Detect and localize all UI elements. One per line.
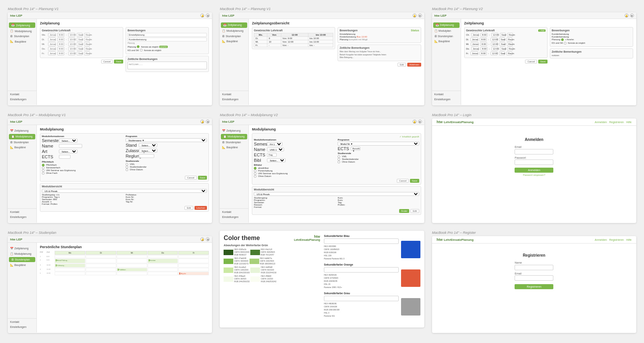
pflicht-radio-3[interactable] xyxy=(42,169,45,172)
ub-cancel-btn[interactable]: Edit xyxy=(398,63,406,67)
sidebar-mod-4[interactable]: 📋 Modulplanung xyxy=(9,134,35,139)
mod-zul-select[interactable]: Select... xyxy=(139,149,157,153)
sidebar-mod-5[interactable]: 📋 Modulplanung xyxy=(221,134,247,139)
bell-icon-1[interactable]: 🔔 xyxy=(200,14,204,17)
sidebar-item-einstellungen-1[interactable]: Einstellungen xyxy=(8,97,36,102)
bell-icon-2[interactable]: 🔔 xyxy=(413,14,417,17)
bil-radio-2[interactable] xyxy=(254,170,257,172)
login-email-input[interactable] xyxy=(515,149,553,154)
v2-radio-1[interactable] xyxy=(561,38,564,41)
register-link-hilfe[interactable]: Hilfe xyxy=(626,238,632,241)
bell-icon-7[interactable]: 🔔 xyxy=(200,237,204,241)
ub-delete-btn-2[interactable]: Edit xyxy=(410,209,419,213)
login-submit-btn[interactable]: Anmelden xyxy=(515,168,553,173)
sidebar-bau-5[interactable]: 📐 Baupläne xyxy=(220,145,248,150)
pflicht-radio-2[interactable] xyxy=(42,166,45,169)
stud-radio-3[interactable] xyxy=(126,168,128,171)
gear-icon-2[interactable]: ⚙ xyxy=(418,14,422,17)
einstellungen-5[interactable]: Einstellungen xyxy=(220,214,248,220)
gear-icon-4[interactable]: ⚙ xyxy=(206,120,210,123)
bil-radio-4[interactable] xyxy=(254,175,257,178)
gear-icon-5[interactable]: ⚙ xyxy=(418,120,422,123)
sidebar-zeit-5[interactable]: 📅 Zeitplanung xyxy=(220,128,248,134)
sidebar-zeit-7[interactable]: 📅 Zeitplanung xyxy=(8,246,36,251)
login-link-anmelden[interactable]: Anmelden xyxy=(595,121,607,123)
sidebar-item-mod-3[interactable]: 📋 Modulplan xyxy=(432,28,461,34)
sidebar-item-zeit-2[interactable]: 📅 Zeitplanung xyxy=(221,22,247,28)
radio-checked[interactable] xyxy=(137,45,139,48)
radio-2[interactable] xyxy=(140,49,143,51)
accept-btn[interactable]: annehm xyxy=(159,46,168,48)
sidebar-item-stund-3[interactable]: 🗓 Stundenplan xyxy=(432,34,461,39)
mod-prog-select[interactable]: Studiengang ▼ xyxy=(126,138,207,142)
kontakt-7[interactable]: Kontakt xyxy=(8,319,36,324)
v2-sem-select[interactable]: FH 1 xyxy=(267,142,282,146)
v2-cancel-btn[interactable]: Cancel xyxy=(525,60,537,63)
sidebar-zeit-4[interactable]: 📅 Zeitplanung xyxy=(8,128,36,134)
kontakt-4[interactable]: Kontakt xyxy=(8,209,36,214)
pflicht-radio-1[interactable] xyxy=(42,164,45,166)
bell-icon-4[interactable]: 🔔 xyxy=(200,120,204,123)
mod-cancel-btn[interactable]: Cancel xyxy=(185,176,197,180)
v2-name-select[interactable]: UNS 1 xyxy=(267,147,284,151)
bemerkungen-textarea-1[interactable] xyxy=(127,62,207,69)
sidebar-stund-4[interactable]: 🗓 Stundenplan xyxy=(8,140,36,145)
register-link-anmelden[interactable]: Anmelden xyxy=(595,238,607,241)
kontakt-5[interactable]: Kontakt xyxy=(220,209,248,214)
bell-icon-3[interactable]: 🔔 xyxy=(625,14,629,17)
sidebar-item-bauplne-1[interactable]: 📐 Baupläne xyxy=(8,39,36,44)
ub-edit-btn-2[interactable]: Änder xyxy=(399,209,409,213)
cancel-btn-1[interactable]: Cancel xyxy=(101,60,113,63)
v2-cancel-mod[interactable]: Cancel xyxy=(397,179,409,183)
sidebar-stund-5[interactable]: 🗓 Stundenplan xyxy=(220,140,248,145)
login-link-hilfe[interactable]: Hilfe xyxy=(626,121,632,123)
kontakt-2[interactable]: Kontakt xyxy=(220,92,248,97)
sidebar-item-stundenplan-1[interactable]: 🗓 Stundenplan xyxy=(8,34,36,39)
sidebar-item-mod-2[interactable]: 📋 Modulplanung xyxy=(220,28,248,34)
sidebar-item-zeit-3[interactable]: 📅 Zeitplanung xyxy=(433,22,460,28)
mod-semester-select[interactable]: Select... xyxy=(59,139,77,142)
pflicht-radio-4[interactable] xyxy=(42,172,45,175)
mod-art-select[interactable]: Select... xyxy=(59,149,77,153)
bil-radio-3[interactable] xyxy=(254,172,257,175)
v2-save-mod[interactable]: Save xyxy=(410,179,419,183)
ub-delete-btn[interactable]: Ablehnen xyxy=(407,63,421,67)
v2-stud-2[interactable] xyxy=(337,158,340,161)
stud-radio-2[interactable] xyxy=(126,166,128,168)
kontakt-3[interactable]: Kontakt xyxy=(432,92,461,97)
sidebar-mod-7[interactable]: 📋 Modulplanung xyxy=(8,251,36,257)
v2-save-btn[interactable]: Save xyxy=(538,60,548,63)
gear-icon-7[interactable]: ⚙ xyxy=(206,237,210,241)
sidebar-stund-7[interactable]: 🗓 Stundenplan xyxy=(9,257,35,262)
login-link-register[interactable]: Registrieren xyxy=(609,121,624,123)
register-link-register[interactable]: Registrieren xyxy=(609,238,624,241)
sidebar-item-kontakt-1[interactable]: Kontakt xyxy=(8,92,36,97)
login-password-input[interactable] xyxy=(515,159,553,165)
mod-save-btn[interactable]: Save xyxy=(198,176,207,180)
v2-add-btn[interactable]: + Add xyxy=(538,29,546,32)
sidebar-item-modulplanung-1[interactable]: 📋 Modulplanung xyxy=(8,28,36,34)
register-email-input[interactable] xyxy=(515,275,553,281)
register-name-input[interactable] xyxy=(515,265,553,270)
ub-prog-select-1[interactable]: US & Physik xyxy=(42,189,207,193)
v2-prog-select[interactable]: Modul Nr ▼ xyxy=(337,142,419,146)
v2-radio-2[interactable] xyxy=(564,42,567,45)
gear-icon-3[interactable]: ⚙ xyxy=(630,14,634,17)
gear-icon-1[interactable]: ⚙ xyxy=(206,14,210,17)
ub-prog-select-2[interactable]: US & Physik xyxy=(254,192,419,196)
login-forgot-link[interactable]: Passwort vergessen? xyxy=(515,174,553,176)
sidebar-item-bau-3[interactable]: 📐 Baupläne xyxy=(432,39,461,44)
stud-radio-1[interactable] xyxy=(126,163,128,166)
save-btn-1[interactable]: Save xyxy=(114,60,123,63)
v2-bibl-select[interactable]: Select... xyxy=(267,158,286,162)
einstellungen-4[interactable]: Einstellungen xyxy=(8,214,36,220)
v2-stud-3[interactable] xyxy=(337,161,340,163)
sidebar-bau-4[interactable]: 📐 Baupläne xyxy=(8,145,36,150)
einstellungen-7[interactable]: Einstellungen xyxy=(8,324,36,329)
ub-edit-btn-1[interactable]: Edit xyxy=(184,206,193,210)
sidebar-item-zeitplanung-1[interactable]: 📅 Zeitplanung xyxy=(9,22,35,28)
sidebar-bau-7[interactable]: 📐 Baupläne xyxy=(8,262,36,268)
sidebar-item-stund-2[interactable]: 🗓 Stundenplan xyxy=(220,34,248,39)
einstellungen-3[interactable]: Einstellungen xyxy=(432,97,461,102)
mod-stand-select[interactable]: Select... xyxy=(139,143,157,147)
